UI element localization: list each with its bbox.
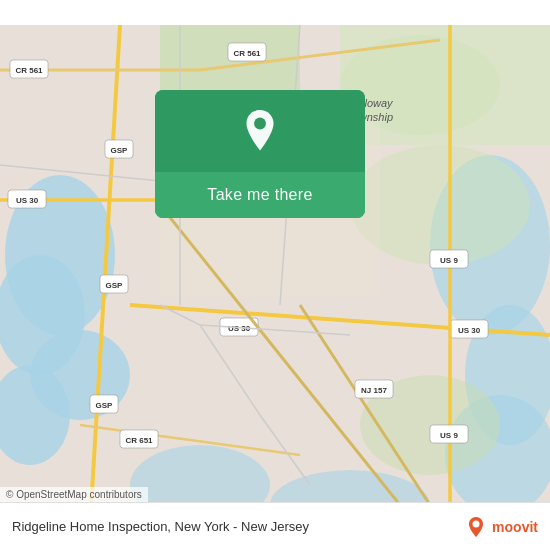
svg-text:GSP: GSP xyxy=(96,401,114,410)
card-top xyxy=(155,90,365,172)
svg-text:NJ 157: NJ 157 xyxy=(361,386,387,395)
svg-text:GSP: GSP xyxy=(106,281,124,290)
bottom-bar: Ridgeline Home Inspection, New York - Ne… xyxy=(0,502,550,550)
copyright-bar: © OpenStreetMap contributors xyxy=(0,487,148,502)
svg-text:CR 561: CR 561 xyxy=(233,49,261,58)
svg-text:US 30: US 30 xyxy=(16,196,39,205)
svg-point-58 xyxy=(254,118,266,130)
location-name: Ridgeline Home Inspection, New York - Ne… xyxy=(12,519,464,534)
map-background: GSP GSP GSP CR 561 CR 561 US 30 US 30 US… xyxy=(0,0,550,550)
svg-text:US 9: US 9 xyxy=(440,431,458,440)
svg-text:CR 651: CR 651 xyxy=(125,436,153,445)
moovit-logo: moovit xyxy=(464,515,538,539)
svg-text:US 9: US 9 xyxy=(440,256,458,265)
svg-text:CR 561: CR 561 xyxy=(15,66,43,75)
svg-text:GSP: GSP xyxy=(111,146,129,155)
moovit-text: moovit xyxy=(492,519,538,535)
copyright-text: © OpenStreetMap contributors xyxy=(6,489,142,500)
moovit-icon xyxy=(464,515,488,539)
map-container: GSP GSP GSP CR 561 CR 561 US 30 US 30 US… xyxy=(0,0,550,550)
location-pin-icon xyxy=(238,110,282,154)
navigation-card: Take me there xyxy=(155,90,365,218)
take-me-there-button[interactable]: Take me there xyxy=(155,172,365,218)
svg-point-59 xyxy=(473,520,480,527)
svg-text:US 30: US 30 xyxy=(458,326,481,335)
